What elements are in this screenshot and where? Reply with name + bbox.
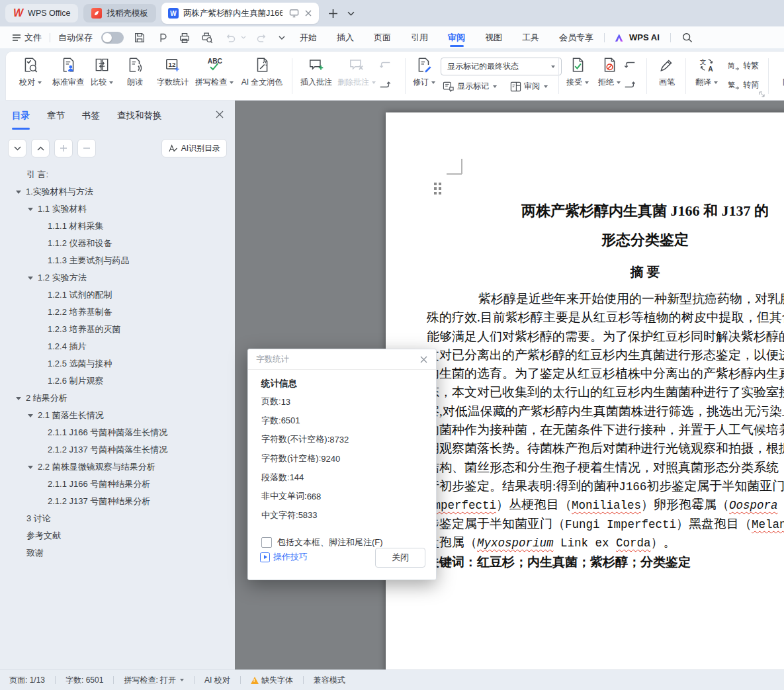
- restrict-edit-button[interactable]: 限制: [771, 56, 784, 88]
- toc-expand-down-button[interactable]: [8, 139, 26, 157]
- menu-tab-开始[interactable]: 开始: [298, 26, 318, 48]
- toc-item[interactable]: 1.2.2 培养基制备: [0, 304, 235, 321]
- status-page[interactable]: 页面: 1/13: [9, 675, 45, 686]
- toc-zoom-out-button[interactable]: [77, 139, 96, 157]
- tips-link[interactable]: 操作技巧: [260, 551, 308, 563]
- toc-collapse-triangle-icon[interactable]: [28, 277, 33, 280]
- insert-comment-button[interactable]: 插入批注: [294, 56, 338, 88]
- toc-item[interactable]: 1.1.3 主要试剂与药品: [0, 252, 235, 269]
- file-menu-button[interactable]: 文件: [12, 32, 42, 44]
- track-changes-button[interactable]: 修订: [408, 56, 441, 88]
- toc-item[interactable]: 2 结果分析: [0, 390, 235, 407]
- wps-ai-button[interactable]: WPS AI: [614, 32, 660, 42]
- toc-item[interactable]: 1.2.1 试剂的配制: [0, 286, 235, 304]
- toc-item[interactable]: 1.2 实验方法: [0, 269, 235, 286]
- toc-item[interactable]: 引 言:: [0, 166, 235, 183]
- review-pane-button[interactable]: 审阅: [510, 81, 548, 92]
- accept-button[interactable]: 接受: [561, 56, 594, 88]
- tab-list-chevron-icon[interactable]: [347, 11, 355, 16]
- status-compat-mode[interactable]: 兼容模式: [314, 675, 345, 686]
- search-icon[interactable]: [681, 32, 693, 44]
- next-change-icon[interactable]: [623, 77, 637, 90]
- toc-item[interactable]: 参考文献: [0, 527, 235, 544]
- pen-button[interactable]: 画笔: [649, 56, 685, 88]
- next-comment-icon[interactable]: [378, 77, 392, 90]
- word-count-button[interactable]: 12 字数统计: [150, 56, 195, 88]
- export-pdf-icon[interactable]: [155, 31, 169, 44]
- status-ai-proofread[interactable]: AI 校对: [204, 675, 230, 686]
- autosave-toggle[interactable]: [101, 32, 124, 44]
- toc-item[interactable]: 2.2 菌株显微镜观察与结果分析: [0, 458, 235, 476]
- new-tab-button[interactable]: [328, 9, 338, 19]
- menu-tab-审阅[interactable]: 审阅: [447, 26, 466, 48]
- tab-docer-templates[interactable]: 找稻壳模板: [83, 4, 156, 22]
- redo-icon[interactable]: [255, 31, 268, 44]
- toc-collapse-up-button[interactable]: [31, 139, 50, 157]
- sidebar-tab-查找和替换[interactable]: 查找和替换: [117, 110, 162, 128]
- tab-document[interactable]: W 两株产紫杉醇内生真菌J166和: [161, 3, 319, 24]
- sidebar-tab-目录[interactable]: 目录: [12, 110, 30, 128]
- ai-recognize-toc-button[interactable]: AI识别目录: [161, 139, 227, 157]
- print-icon[interactable]: [178, 31, 191, 44]
- toc-item[interactable]: 2.1.2 J137 号菌种菌落生长情况: [0, 441, 235, 458]
- tab-wps-office[interactable]: W WPS Office: [5, 4, 78, 22]
- show-markup-button[interactable]: 显示标记: [443, 81, 497, 92]
- sidebar-tab-书签[interactable]: 书签: [82, 110, 100, 128]
- toc-item[interactable]: 1.2.4 插片: [0, 338, 235, 355]
- toc-item[interactable]: 1.1.2 仪器和设备: [0, 235, 235, 252]
- toc-collapse-triangle-icon[interactable]: [16, 191, 21, 194]
- ai-polish-button[interactable]: AI 全文润色: [234, 56, 290, 88]
- toc-item[interactable]: 1.2.6 制片观察: [0, 372, 235, 390]
- paragraph-drag-handle-icon[interactable]: [434, 183, 444, 195]
- toc-item[interactable]: 1.实验材料与方法: [0, 183, 235, 200]
- toc-item[interactable]: 2.1 菌落生长情况: [0, 407, 235, 424]
- undo-icon[interactable]: [224, 31, 237, 44]
- menu-tab-页面[interactable]: 页面: [372, 26, 392, 48]
- previous-comment-icon[interactable]: [378, 60, 392, 73]
- translate-button[interactable]: 文A 翻译: [688, 56, 725, 88]
- toc-collapse-triangle-icon[interactable]: [16, 397, 21, 400]
- menu-tab-插入[interactable]: 插入: [335, 26, 355, 48]
- previous-change-icon[interactable]: [623, 60, 637, 73]
- to-traditional-button[interactable]: 简 转繁: [727, 60, 759, 71]
- monitor-icon[interactable]: [289, 9, 299, 18]
- group-expand-icon[interactable]: [759, 91, 765, 97]
- status-missing-font[interactable]: 缺失字体: [251, 675, 293, 686]
- toc-item[interactable]: 致谢: [0, 544, 235, 562]
- menu-tab-引用[interactable]: 引用: [410, 26, 429, 48]
- toc-item[interactable]: 2.1.2 J137 号菌种结果分析: [0, 493, 235, 510]
- toc-item[interactable]: 1.2.5 选菌与接种: [0, 355, 235, 372]
- save-icon[interactable]: [133, 31, 146, 44]
- spell-check-button[interactable]: ABC 拼写检查: [193, 56, 236, 88]
- toc-item[interactable]: 3 讨论: [0, 510, 235, 527]
- toc-item[interactable]: 1.2.3 培养基的灭菌: [0, 321, 235, 338]
- sidebar-close-icon[interactable]: [215, 110, 224, 119]
- dialog-title-bar[interactable]: 字数统计: [248, 349, 436, 370]
- menu-tab-会员专享[interactable]: 会员专享: [558, 26, 595, 48]
- toc-collapse-triangle-icon[interactable]: [28, 466, 33, 469]
- quickbar-chevron-icon[interactable]: [279, 36, 285, 40]
- sidebar-tab-章节[interactable]: 章节: [47, 110, 65, 128]
- toc-collapse-triangle-icon[interactable]: [28, 208, 33, 211]
- include-footnotes-checkbox[interactable]: 包括文本框、脚注和尾注(F): [261, 537, 383, 548]
- reject-button[interactable]: 拒绝: [593, 56, 626, 88]
- compare-button[interactable]: 比较: [84, 56, 120, 88]
- document-page[interactable]: 两株产紫杉醇内生真菌 J166 和 J137 的 形态分类鉴定 摘 要 紫杉醇是…: [386, 112, 784, 670]
- close-tab-icon[interactable]: [304, 9, 312, 17]
- dialog-close-icon[interactable]: [419, 355, 428, 364]
- menu-tab-视图[interactable]: 视图: [484, 26, 503, 48]
- print-preview-icon[interactable]: [200, 31, 214, 44]
- menu-tab-工具[interactable]: 工具: [521, 26, 541, 48]
- toc-item[interactable]: 1.1.1 材料采集: [0, 218, 235, 235]
- to-simplified-button[interactable]: 繁 转简: [727, 79, 759, 91]
- read-aloud-button[interactable]: 朗读: [118, 56, 152, 88]
- dialog-close-button[interactable]: 关闭: [375, 548, 425, 568]
- markup-state-dropdown[interactable]: 显示标记的最终状态: [441, 58, 562, 75]
- status-word-count[interactable]: 字数: 6501: [65, 675, 103, 686]
- status-spellcheck[interactable]: 拼写检查: 打开: [124, 675, 184, 686]
- delete-comment-button[interactable]: 删除批注: [333, 56, 380, 88]
- toc-collapse-triangle-icon[interactable]: [28, 414, 33, 417]
- undo-chevron-icon[interactable]: [241, 36, 246, 39]
- toc-item[interactable]: 2.1.1 J166 号菌种结果分析: [0, 476, 235, 493]
- toc-item[interactable]: 1.1 实验材料: [0, 200, 235, 218]
